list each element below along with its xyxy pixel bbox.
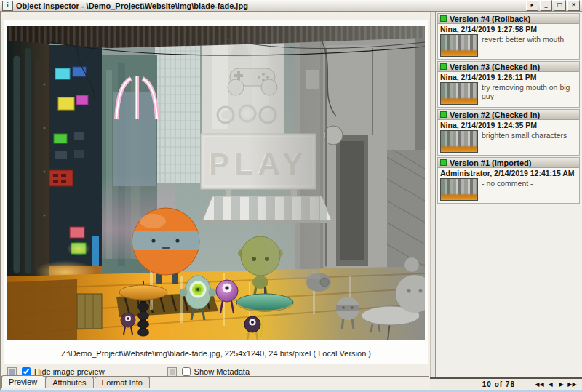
version-card-body: try removing mouth on big guy (438, 81, 579, 107)
grid-building (155, 44, 200, 183)
minimize-button[interactable]: _ (540, 0, 552, 11)
version-card-header: Version #3 (Checked in) (438, 62, 579, 72)
window-controls: ▸ _ □ ✕ (526, 0, 580, 11)
version-author-line: Nina, 2/14/2019 1:24:35 PM (438, 120, 579, 129)
version-status-icon (440, 111, 447, 118)
version-title: Version #2 (Checked in) (450, 111, 540, 119)
version-card-body: brighten small characters (438, 129, 579, 155)
rollup-button[interactable]: ▸ (526, 0, 538, 11)
version-card-body: - no comment - (438, 177, 579, 203)
preview-panel: PLAY PLAY (4, 20, 428, 364)
pager-buttons: ◀◀ ◀ ▶ ▶▶ (534, 381, 578, 388)
tab-bar: Preview Attributes Format Info (1, 375, 151, 388)
version-author-line: Nina, 2/14/2019 1:26:11 PM (438, 72, 579, 81)
street-ground (7, 266, 425, 340)
version-comment: revert: better with mouth (482, 34, 564, 57)
image-preview: PLAY PLAY (7, 26, 425, 340)
status-bar: 10 of 78 ◀◀ ◀ ▶ ▶▶ (430, 377, 582, 390)
version-author-line: Administrator, 2/14/2019 12:41:15 AM (438, 168, 579, 177)
version-card-header: Version #4 (Rollback) (438, 14, 579, 24)
object-inspector-window: { "window": { "title": "Object Inspector… (0, 0, 582, 392)
show-metadata-label: Show Metadata (194, 367, 250, 376)
first-version-button[interactable]: ◀◀ (534, 381, 545, 388)
version-title: Version #1 (Imported) (450, 159, 531, 167)
version-title: Version #4 (Rollback) (450, 15, 530, 23)
version-status-icon (440, 15, 447, 22)
previous-version-button[interactable]: ◀ (545, 381, 556, 388)
panel-splitter[interactable] (430, 12, 436, 379)
version-card[interactable]: Version #2 (Checked in) Nina, 2/14/2019 … (437, 109, 580, 156)
image-info-caption: Z:\Demo_Project\Website\img\blade-fade.j… (4, 349, 428, 358)
version-card[interactable]: Version #3 (Checked in) Nina, 2/14/2019 … (437, 61, 580, 108)
metadata-icon[interactable] (167, 367, 177, 377)
next-version-button[interactable]: ▶ (556, 381, 567, 388)
close-button[interactable]: ✕ (567, 0, 580, 11)
version-status-icon (440, 63, 447, 70)
version-card[interactable]: Version #4 (Rollback) Nina, 2/14/2019 1:… (437, 13, 580, 60)
show-metadata-checkbox[interactable] (182, 367, 191, 376)
info-icon: i (2, 1, 13, 11)
color-fade-overlay (247, 26, 320, 279)
maximize-button[interactable]: □ (554, 0, 566, 11)
version-thumbnail[interactable] (440, 82, 478, 105)
version-status-icon (440, 159, 447, 166)
version-title: Version #3 (Checked in) (450, 63, 540, 71)
last-version-button[interactable]: ▶▶ (567, 381, 578, 388)
version-author-line: Nina, 2/14/2019 1:27:58 PM (438, 24, 579, 33)
version-thumbnail[interactable] (440, 178, 478, 201)
version-comment: brighten small characters (482, 130, 567, 153)
version-card[interactable]: Version #1 (Imported) Administrator, 2/1… (437, 157, 580, 204)
tab-attributes[interactable]: Attributes (45, 377, 93, 388)
version-history-panel: Version #4 (Rollback) Nina, 2/14/2019 1:… (436, 12, 582, 379)
version-card-header: Version #2 (Checked in) (438, 110, 579, 120)
window-title: Object Inspector - \Demo_Project\Website… (16, 1, 248, 10)
version-card-body: revert: better with mouth (438, 33, 579, 59)
version-comment: try removing mouth on big guy (482, 82, 577, 105)
version-thumbnail[interactable] (440, 34, 478, 57)
version-card-header: Version #1 (Imported) (438, 158, 579, 168)
version-thumbnail[interactable] (440, 130, 478, 153)
title-bar: i Object Inspector - \Demo_Project\Websi… (0, 0, 582, 12)
tab-preview[interactable]: Preview (1, 375, 44, 388)
pager-position: 10 of 78 (482, 380, 515, 388)
version-comment: - no comment - (482, 178, 533, 201)
tab-format-info[interactable]: Format Info (95, 377, 150, 388)
